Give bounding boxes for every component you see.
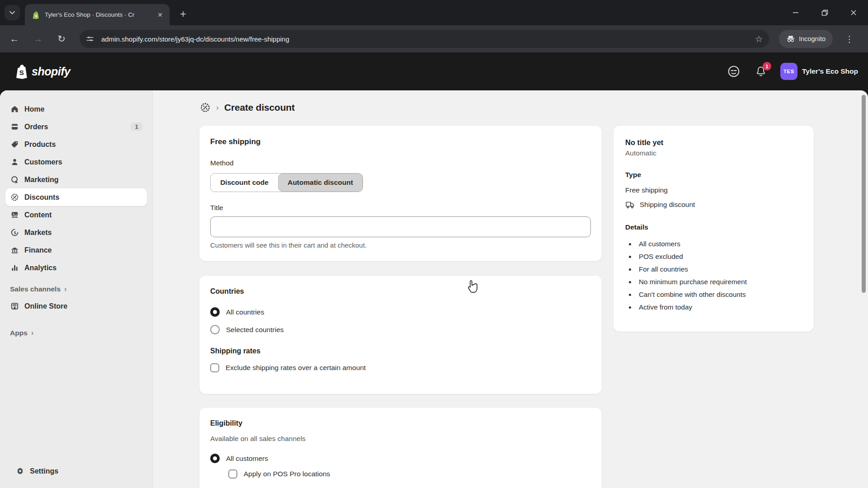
scrollbar-thumb[interactable] xyxy=(862,95,866,293)
svg-text:S: S xyxy=(19,69,24,76)
incognito-icon xyxy=(786,34,795,43)
sidebar-item-home[interactable]: Home xyxy=(5,100,147,118)
chevron-right-icon: › xyxy=(64,285,67,294)
detail-item: Can't combine with other discounts xyxy=(636,288,802,301)
svg-text:S: S xyxy=(35,14,38,18)
summary-card: No title yet Automatic Type Free shippin… xyxy=(613,126,814,332)
title-label: Title xyxy=(210,204,591,212)
store-menu[interactable]: TES Tyler's Eco Shop xyxy=(780,63,858,80)
tag-icon xyxy=(10,140,19,149)
globe-dollar-icon: $ xyxy=(10,228,19,237)
site-info-icon[interactable] xyxy=(83,32,97,46)
reload-icon[interactable]: ↻ xyxy=(52,30,71,48)
summary-details-list: All customers POS excluded For all count… xyxy=(636,238,802,314)
exclude-shipping-rates-option[interactable]: Exclude shipping rates over a certain am… xyxy=(210,363,591,372)
detail-item: POS excluded xyxy=(636,250,802,263)
all-countries-option[interactable]: All countries xyxy=(210,307,591,317)
card-title: Free shipping xyxy=(210,137,591,146)
chevron-right-icon: › xyxy=(31,328,34,338)
sidebar-item-customers[interactable]: Customers xyxy=(5,153,147,171)
browser-tab[interactable]: S Tyler's Eco Shop · Discounts · Cr ✕ xyxy=(25,4,170,25)
title-help-text: Customers will see this in their cart an… xyxy=(210,241,591,249)
breadcrumb-chevron-icon: › xyxy=(216,103,219,113)
checkbox-icon[interactable] xyxy=(210,363,219,372)
tab-title: Tyler's Eco Shop · Discounts · Cr xyxy=(45,11,145,18)
all-customers-option[interactable]: All customers xyxy=(210,454,591,463)
shopify-logo[interactable]: S shopify xyxy=(14,63,70,80)
title-input[interactable] xyxy=(210,216,591,237)
selected-countries-option[interactable]: Selected countries xyxy=(210,325,591,334)
incognito-badge: Incognito xyxy=(779,30,833,48)
method-automatic-discount-button[interactable]: Automatic discount xyxy=(278,174,363,192)
megaphone-icon xyxy=(10,175,19,184)
tab-close-icon[interactable]: ✕ xyxy=(155,10,165,20)
shopify-wordmark: shopify xyxy=(32,65,70,78)
apps-header[interactable]: Apps › xyxy=(0,328,152,338)
sidebar-item-marketing[interactable]: Marketing xyxy=(5,171,147,188)
sidebar-item-finance[interactable]: Finance xyxy=(5,241,147,259)
new-tab-icon[interactable]: + xyxy=(176,7,190,21)
back-icon[interactable]: ← xyxy=(5,30,24,48)
storefront-icon xyxy=(10,302,19,311)
eligibility-subtitle: Available on all sales channels xyxy=(210,435,591,443)
shopify-favicon-icon: S xyxy=(31,10,40,19)
method-segmented-control: Discount code Automatic discount xyxy=(210,173,363,192)
notification-count-badge: 1 xyxy=(763,62,771,70)
pos-pro-option[interactable]: Apply on POS Pro locations xyxy=(228,469,591,479)
sidebar-item-settings[interactable]: Settings xyxy=(11,462,142,480)
shipping-rates-label: Shipping rates xyxy=(210,347,591,355)
page-title: Create discount xyxy=(224,102,295,113)
detail-item: Active from today xyxy=(636,301,802,314)
window-minimize-icon[interactable] xyxy=(788,5,804,21)
shopify-bag-icon: S xyxy=(14,63,29,80)
method-discount-code-button[interactable]: Discount code xyxy=(211,174,278,192)
discount-seal-icon[interactable] xyxy=(200,102,211,113)
free-shipping-card: Free shipping Method Discount code Autom… xyxy=(199,126,602,261)
window-close-icon[interactable] xyxy=(845,5,862,21)
summary-subtitle: Automatic xyxy=(625,149,802,157)
checkbox-icon[interactable] xyxy=(228,469,237,479)
window-restore-icon[interactable] xyxy=(816,5,833,21)
store-avatar: TES xyxy=(780,63,797,80)
sidebar-item-analytics[interactable]: Analytics xyxy=(5,259,147,277)
summary-type-label: Type xyxy=(625,171,802,179)
sales-channels-header[interactable]: Sales channels › xyxy=(0,285,152,294)
person-icon xyxy=(10,158,19,167)
store-name: Tyler's Eco Shop xyxy=(802,67,858,75)
detail-item: For all countries xyxy=(636,263,802,276)
sidebar: Home Orders 1 Products Customers Marketi… xyxy=(0,90,153,488)
radio-unselected-icon[interactable] xyxy=(210,325,220,334)
sidebar-item-online-store[interactable]: Online Store xyxy=(5,297,147,315)
sidebar-item-products[interactable]: Products xyxy=(5,136,147,153)
notifications-button[interactable]: 1 xyxy=(753,64,769,79)
summary-details-label: Details xyxy=(625,223,802,231)
main-area: › Create discount Free shipping Method D… xyxy=(153,90,868,488)
sidebar-item-content[interactable]: Content xyxy=(5,206,147,224)
countries-title: Countries xyxy=(210,287,591,296)
detail-item: All customers xyxy=(636,238,802,250)
bookmark-star-icon[interactable]: ☆ xyxy=(755,34,763,44)
forward-icon[interactable]: → xyxy=(29,30,47,48)
shipping-truck-icon xyxy=(625,200,635,210)
url-bar[interactable]: admin.shopify.com/store/jy63jq-dc/discou… xyxy=(80,30,769,48)
home-icon xyxy=(10,105,19,114)
eligibility-card: Eligibility Available on all sales chann… xyxy=(199,408,602,488)
tab-title-fade xyxy=(138,9,151,20)
sidebar-item-discounts[interactable]: Discounts xyxy=(5,188,147,206)
radio-selected-icon[interactable] xyxy=(210,307,220,317)
sidebar-item-orders[interactable]: Orders 1 xyxy=(5,118,147,136)
bank-icon xyxy=(10,246,19,255)
orders-icon xyxy=(10,122,19,131)
summary-title: No title yet xyxy=(625,138,802,147)
sidekick-icon[interactable] xyxy=(726,64,741,79)
tab-search-chevron-icon[interactable] xyxy=(5,5,20,20)
browser-menu-icon[interactable]: ⋮ xyxy=(843,30,856,48)
radio-selected-icon[interactable] xyxy=(210,454,220,463)
svg-text:$: $ xyxy=(14,230,16,235)
summary-type-value: Free shipping xyxy=(625,186,802,194)
breadcrumb: › Create discount xyxy=(200,102,295,113)
orders-count-badge: 1 xyxy=(131,122,142,131)
sidebar-item-markets[interactable]: $ Markets xyxy=(5,224,147,241)
bar-chart-icon xyxy=(10,263,19,272)
shopify-topbar: S shopify Unsaved discount Discard Save … xyxy=(0,52,868,90)
